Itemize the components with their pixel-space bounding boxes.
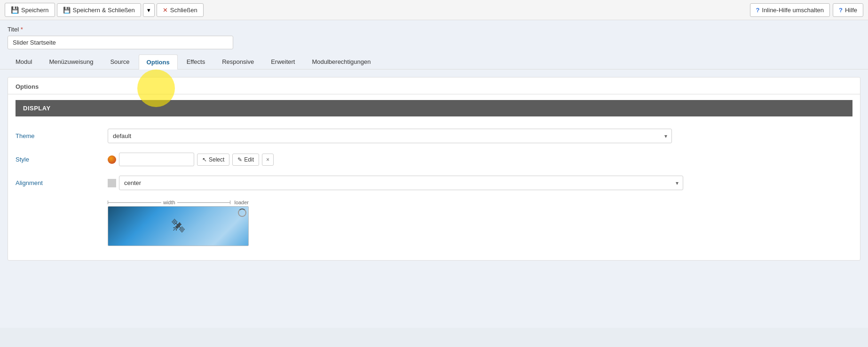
help-label: Hilfe xyxy=(845,7,857,14)
inline-help-label: Inline-Hilfe umschalten xyxy=(762,7,824,14)
dropdown-button[interactable]: ▾ xyxy=(143,3,155,17)
toolbar-right: ? Inline-Hilfe umschalten ? Hilfe xyxy=(750,3,863,17)
main-content: Options DISPLAY Theme default ▾ xyxy=(0,69,868,328)
style-field: ↖ Select ✎ Edit × xyxy=(108,153,852,166)
satellite-icon: 🛰 xyxy=(172,218,185,234)
save-label: Speichern xyxy=(21,7,49,14)
preview-container: width loader 🛰 xyxy=(108,200,249,246)
style-clear-button[interactable]: × xyxy=(262,154,274,166)
edit-icon: ✎ xyxy=(237,156,242,163)
tab-responsive[interactable]: Responsive xyxy=(214,54,262,69)
tabs-bar: Modul Menüzuweisung Source Options Effec… xyxy=(0,49,868,69)
alignment-row: Alignment center left right ▾ xyxy=(8,171,860,195)
options-panel: Options DISPLAY Theme default ▾ xyxy=(8,77,860,261)
close-icon: ✕ xyxy=(163,7,168,14)
toolbar: 💾 Speichern 💾 Speichern & Schließen ▾ ✕ … xyxy=(0,0,868,20)
help-button[interactable]: ? Hilfe xyxy=(833,3,863,17)
width-label: width xyxy=(161,200,177,205)
theme-field: default ▾ xyxy=(108,129,852,143)
tab-effects[interactable]: Effects xyxy=(179,54,213,69)
style-row: Style ↖ Select ✎ Edit × xyxy=(8,148,860,171)
alignment-select-wrapper: center left right ▾ xyxy=(119,176,683,190)
style-edit-button[interactable]: ✎ Edit xyxy=(232,154,259,166)
close-label: Schließen xyxy=(170,7,197,14)
save-close-button[interactable]: 💾 Speichern & Schließen xyxy=(57,3,141,17)
help-circle-icon: ? xyxy=(756,7,760,14)
close-button[interactable]: ✕ Schließen xyxy=(157,3,204,17)
cursor-icon: ↖ xyxy=(202,156,207,163)
inline-help-button[interactable]: ? Inline-Hilfe umschalten xyxy=(750,3,830,17)
theme-select-wrapper: default ▾ xyxy=(108,129,672,143)
loader-label: loader xyxy=(234,200,249,205)
tab-modul[interactable]: Modul xyxy=(8,54,40,69)
save-close-label: Speichern & Schließen xyxy=(73,7,135,14)
title-label: Titel * xyxy=(8,26,860,33)
save-close-icon: 💾 xyxy=(63,7,71,14)
tab-erweitert[interactable]: Erweitert xyxy=(263,54,303,69)
display-bar: DISPLAY xyxy=(16,100,852,116)
style-label: Style xyxy=(16,156,100,163)
preview-row: width loader 🛰 xyxy=(8,195,860,251)
alignment-field: center left right ▾ xyxy=(108,176,852,190)
help-icon: ? xyxy=(839,7,843,14)
theme-select[interactable]: default xyxy=(108,129,672,143)
theme-row: Theme default ▾ xyxy=(8,124,860,148)
preview-field: width loader 🛰 xyxy=(108,200,852,246)
loader-spinner-icon xyxy=(238,208,246,217)
save-icon: 💾 xyxy=(11,6,19,14)
alignment-icon xyxy=(108,179,116,187)
style-input[interactable] xyxy=(119,153,194,166)
tab-options[interactable]: Options xyxy=(139,54,178,69)
tab-menuzuweisung[interactable]: Menüzuweisung xyxy=(41,54,101,69)
style-color-icon xyxy=(108,155,116,164)
tab-source[interactable]: Source xyxy=(102,54,137,69)
style-select-button[interactable]: ↖ Select xyxy=(197,154,229,166)
tab-modulberechtigungen[interactable]: Modulberechtigungen xyxy=(304,54,379,69)
title-area: Titel * xyxy=(0,20,868,49)
alignment-select[interactable]: center left right xyxy=(119,176,683,190)
title-input[interactable] xyxy=(8,36,233,49)
preview-image: 🛰 xyxy=(108,206,249,246)
save-button[interactable]: 💾 Speichern xyxy=(5,3,55,17)
theme-label: Theme xyxy=(16,132,100,139)
options-panel-title: Options xyxy=(8,77,860,94)
alignment-label: Alignment xyxy=(16,179,100,186)
